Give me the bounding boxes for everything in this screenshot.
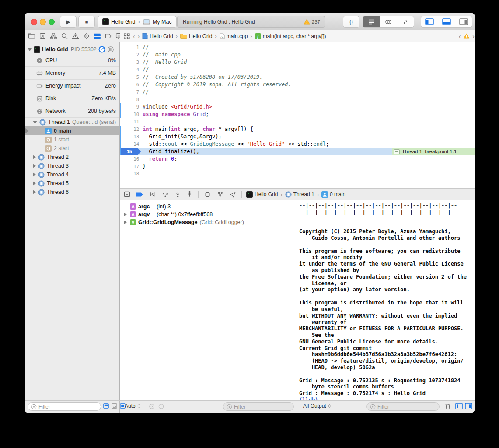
line-number[interactable]: 17 — [120, 163, 143, 170]
zoom-window-button[interactable] — [49, 19, 55, 25]
line-number[interactable]: 18 — [120, 170, 143, 178]
disclosure-right-icon[interactable] — [124, 220, 127, 224]
breakpoints-enabled-icon[interactable] — [136, 192, 143, 197]
breakpoint-badge[interactable]: 15 — [121, 148, 141, 155]
code-line[interactable]: 1// — [120, 44, 475, 51]
line-number[interactable]: 7 — [120, 88, 143, 96]
variable-row[interactable]: Aargv= (char **) 0x7ffeefbff568 — [120, 210, 297, 218]
disclosure-down-icon[interactable] — [28, 48, 32, 51]
line-number[interactable]: 16 — [120, 155, 143, 163]
line-number[interactable]: 5 — [120, 74, 143, 81]
line-number[interactable]: 2 — [120, 51, 143, 59]
project-navigator-icon[interactable] — [28, 32, 35, 40]
process-row[interactable]: Hello GridPID 55302 — [25, 45, 119, 54]
gauge-row-energy-impact[interactable]: Energy ImpactZero — [25, 80, 119, 92]
code-line[interactable]: 2// main.cpp — [120, 51, 475, 59]
disclosure-right-icon[interactable] — [33, 181, 36, 186]
gauge-row-memory[interactable]: Memory7.4 MB — [25, 67, 119, 80]
filter-running-icon[interactable] — [103, 403, 109, 409]
disclosure-right-icon[interactable] — [124, 213, 127, 216]
thread-row[interactable]: Thread 5 — [25, 179, 119, 188]
close-window-button[interactable] — [31, 19, 37, 25]
gauge-row-network[interactable]: Network208 bytes/s — [25, 105, 119, 118]
panel-toggle-control[interactable] — [421, 16, 472, 28]
warning-count-chip[interactable]: 237 — [304, 19, 320, 24]
line-number[interactable]: 14 — [120, 140, 143, 148]
thread-row[interactable]: Thread 4 — [25, 170, 119, 179]
line-number[interactable]: 8 — [120, 96, 143, 103]
navigator-selector-bar[interactable] — [25, 30, 122, 42]
issue-navigator-icon[interactable] — [72, 32, 79, 40]
stack-frame-row[interactable]: 0 main — [25, 126, 119, 135]
code-line[interactable]: 10using namespace Grid; — [120, 111, 475, 118]
breakpoint-navigator-icon[interactable] — [105, 32, 112, 40]
thread-row[interactable]: Thread 6 — [25, 188, 119, 196]
code-line[interactable]: 9#include <Grid/Grid.h> — [120, 103, 475, 111]
disclosure-right-icon[interactable] — [33, 190, 36, 194]
code-line[interactable]: 12int main(int argc, char * argv[]) { — [120, 126, 475, 133]
segment-standard-editor-icon[interactable] — [363, 16, 380, 27]
debug-navigator[interactable]: Hello GridPID 55302CPU0%Memory7.4 MBEner… — [25, 42, 120, 400]
thread-row[interactable]: Thread 1Queue:...d (serial) — [25, 118, 119, 126]
code-line[interactable]: 5// Created by s1786208 on 17/03/2019. — [120, 74, 475, 81]
gauge-row-disk[interactable]: DiskZero KB/s — [25, 92, 119, 105]
thread-row[interactable]: Thread 3 — [25, 161, 119, 170]
line-number[interactable]: 12 — [120, 126, 143, 133]
breadcrumb[interactable]: Hello Grid›Hello Grid›c+main.cpp›fmain(i… — [142, 33, 326, 39]
scheme-selector[interactable]: Hello Grid › My Mac — [98, 16, 177, 28]
variable-row[interactable]: Aargc= (int) 3 — [120, 203, 297, 210]
stop-button[interactable]: ■ — [78, 16, 95, 28]
test-navigator-icon[interactable] — [83, 32, 90, 40]
eye-icon[interactable] — [148, 403, 155, 410]
run-button[interactable]: ▶ — [60, 16, 77, 28]
pause-view-icon[interactable] — [107, 46, 114, 53]
variables-scope-popup[interactable]: Auto — [125, 403, 141, 409]
thread-row[interactable]: Thread 2 — [25, 153, 119, 161]
view-hierarchy-icon[interactable] — [204, 191, 211, 198]
next-issue-button[interactable]: › — [472, 33, 475, 40]
continue-icon[interactable] — [149, 191, 156, 198]
gauge-icon[interactable] — [98, 46, 105, 53]
breakpoint-annotation[interactable]: Thread 1: breakpoint 1.1 — [392, 148, 475, 155]
source-editor[interactable]: 1//2// main.cpp3// Hello Grid4//5// Crea… — [120, 42, 475, 188]
title-bar[interactable]: ▶ ■ Hello Grid › My Mac Running Hello Gr… — [25, 13, 475, 30]
line-number[interactable]: 3 — [120, 59, 143, 66]
previous-issue-button[interactable]: ‹ — [459, 33, 461, 40]
code-line[interactable]: 4// — [120, 66, 475, 74]
code-line[interactable]: 16 return 0; — [120, 155, 475, 163]
code-line[interactable]: 18 — [120, 170, 475, 178]
line-number[interactable]: 9 — [120, 103, 143, 111]
breadcrumb-item[interactable]: Hello Grid — [180, 33, 212, 39]
step-over-icon[interactable] — [161, 191, 169, 198]
console-filter-field[interactable]: Filter — [366, 402, 440, 411]
variables-view[interactable]: Aargc= (int) 3Aargv= (char **) 0x7ffeefb… — [120, 200, 297, 400]
line-number[interactable]: 13 — [120, 133, 143, 140]
line-number[interactable]: 1 — [120, 44, 143, 51]
code-line[interactable]: 8 — [120, 96, 475, 103]
code-line[interactable]: 11 — [120, 118, 475, 126]
gauge-row-cpu[interactable]: CPU0% — [25, 54, 119, 67]
segment-panel-bottom-icon[interactable] — [438, 16, 455, 27]
source-control-navigator-icon[interactable] — [39, 32, 46, 40]
variables-filter-field[interactable]: Filter — [223, 402, 294, 411]
disclosure-right-icon[interactable] — [33, 164, 36, 168]
segment-panel-right-icon[interactable] — [455, 16, 472, 27]
filter-flag-icon[interactable] — [111, 403, 118, 409]
code-line[interactable]: 6// Copyright © 2019 sopa. All rights re… — [120, 81, 475, 88]
memory-graph-icon[interactable] — [216, 191, 224, 198]
line-number[interactable]: 10 — [120, 111, 143, 118]
trash-icon[interactable] — [444, 403, 451, 410]
segment-assistant-editor-icon[interactable] — [380, 16, 397, 27]
issue-stepper[interactable]: ‹ › — [459, 33, 475, 40]
disclosure-down-icon[interactable] — [33, 121, 37, 124]
code-line[interactable]: 7// — [120, 88, 475, 96]
find-navigator-icon[interactable] — [61, 32, 68, 40]
segment-panel-left-icon[interactable] — [421, 16, 438, 27]
debug-breadcrumb-item[interactable]: Thread 1 — [285, 191, 314, 198]
minimize-window-button[interactable] — [40, 19, 46, 25]
segment-version-editor-icon[interactable] — [397, 16, 414, 27]
code-line[interactable]: 14 std::cout << GridLogMessage << "Hello… — [120, 140, 475, 148]
location-icon[interactable] — [229, 191, 236, 198]
line-number[interactable]: 11 — [120, 118, 143, 126]
debug-breadcrumb-item[interactable]: Hello Grid — [246, 191, 278, 198]
